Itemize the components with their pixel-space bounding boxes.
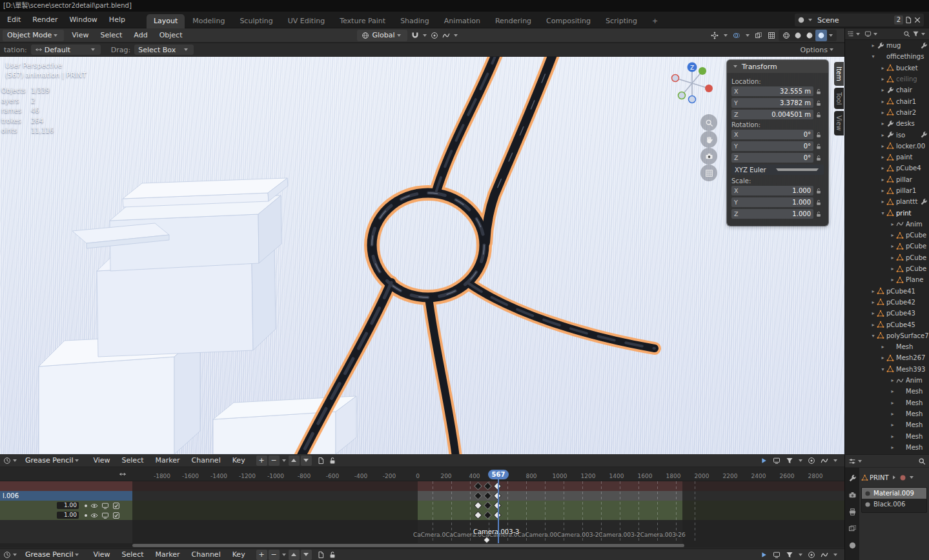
expand-toggle[interactable]: ▸ bbox=[879, 99, 886, 105]
workspace-tab[interactable]: UV Editing bbox=[281, 14, 332, 28]
outliner-item[interactable]: ▸ Mesh bbox=[845, 442, 929, 453]
properties-tab[interactable] bbox=[848, 474, 857, 483]
expand-toggle[interactable]: ▸ bbox=[879, 177, 886, 183]
expand-toggle[interactable]: ▾ bbox=[879, 210, 886, 216]
outliner-item[interactable]: ▸ Mesh bbox=[845, 419, 929, 430]
hide-eye-icon[interactable] bbox=[90, 512, 98, 519]
rotation-value-field[interactable]: X 0° bbox=[731, 130, 813, 139]
screen-icon[interactable] bbox=[771, 455, 782, 466]
workspace-tab[interactable]: Texture Paint bbox=[332, 14, 393, 28]
outliner-editor-icon[interactable] bbox=[847, 30, 854, 37]
menu-item[interactable]: Marker bbox=[150, 550, 186, 559]
lock-icon[interactable] bbox=[327, 455, 338, 466]
channel-checkbox-icon[interactable] bbox=[112, 512, 120, 519]
workspace-tab[interactable]: Layout bbox=[147, 14, 185, 28]
outliner-item[interactable]: ▸ paint bbox=[845, 152, 929, 163]
transform-orientation-dropdown[interactable]: Global bbox=[357, 30, 407, 41]
viewport-visibility-icon[interactable] bbox=[101, 502, 109, 510]
channel-layer-row[interactable]: l.006 bbox=[0, 491, 132, 501]
viewport-grid-icon[interactable] bbox=[766, 30, 777, 41]
expand-toggle[interactable]: ▸ bbox=[879, 344, 886, 350]
object-name[interactable]: print bbox=[896, 210, 929, 217]
object-name[interactable]: pCube bbox=[906, 265, 929, 272]
expand-toggle[interactable]: ▸ bbox=[879, 132, 886, 138]
menu-item[interactable]: Channel bbox=[186, 456, 227, 465]
menu-item[interactable]: Object bbox=[154, 31, 189, 39]
display-mode-icon[interactable] bbox=[864, 30, 872, 37]
outliner-item[interactable]: ▸ chair1 bbox=[845, 95, 929, 106]
expand-toggle[interactable]: ▸ bbox=[879, 87, 886, 93]
chevron-down-icon[interactable] bbox=[13, 459, 17, 462]
chevron-down-icon[interactable] bbox=[724, 34, 728, 37]
show-overlays-icon[interactable] bbox=[731, 30, 742, 41]
selected-marker-label[interactable]: Camera.003-3 bbox=[473, 528, 519, 535]
menu-item[interactable]: Key bbox=[227, 550, 251, 559]
workspace-tab[interactable]: Rendering bbox=[488, 14, 538, 28]
chevron-down-icon[interactable] bbox=[829, 34, 833, 37]
editor-type-icon[interactable] bbox=[3, 551, 11, 559]
material-slot[interactable]: Material.009 bbox=[862, 488, 926, 499]
expand-toggle[interactable]: ▸ bbox=[889, 422, 896, 428]
expand-toggle[interactable]: ▸ bbox=[870, 299, 877, 305]
chevron-down-icon[interactable] bbox=[799, 554, 802, 556]
snap-magnet-icon[interactable] bbox=[409, 30, 421, 41]
chevron-down-icon[interactable] bbox=[833, 459, 837, 462]
lock-icon[interactable] bbox=[813, 211, 824, 217]
expand-toggle[interactable]: ▸ bbox=[889, 445, 896, 450]
properties-tab[interactable] bbox=[848, 541, 857, 550]
outliner-item[interactable]: ▸ chair bbox=[845, 85, 929, 95]
marker-labels-overlapping[interactable]: CaCmera.0CaCamera.0CaCamera.0CaCamera.00… bbox=[413, 532, 705, 538]
location-value-field[interactable]: Z 0.004501 m bbox=[731, 110, 813, 119]
outliner-item[interactable]: ▸ pCube43 bbox=[845, 308, 929, 319]
menu-item[interactable]: View bbox=[66, 31, 94, 39]
menu-item[interactable]: Window bbox=[63, 12, 103, 28]
falloff-curve-icon[interactable] bbox=[819, 455, 830, 466]
ortho-toggle-button[interactable] bbox=[700, 165, 717, 181]
scale-value-field[interactable]: Y 1.000 bbox=[731, 197, 813, 207]
object-name[interactable]: Mesh bbox=[906, 433, 929, 440]
chevron-down-icon[interactable] bbox=[13, 554, 17, 556]
menu-item[interactable]: View bbox=[87, 550, 116, 559]
rotation-value-field[interactable]: Z 0° bbox=[731, 153, 813, 163]
lock-icon[interactable] bbox=[327, 549, 338, 560]
dopesheet-mode-dropdown[interactable]: Grease Pencil bbox=[21, 455, 85, 466]
sidebar-tab[interactable]: Item bbox=[834, 62, 844, 86]
expand-toggle[interactable]: ▸ bbox=[870, 310, 877, 316]
outliner-item[interactable]: ▸ pCube41 bbox=[845, 286, 929, 297]
outliner-item[interactable]: ▸ bucket bbox=[845, 63, 929, 74]
expand-toggle[interactable]: ▸ bbox=[889, 243, 896, 249]
pan-hand-button[interactable] bbox=[700, 131, 717, 148]
filter-funnel-icon[interactable] bbox=[912, 30, 919, 37]
expand-toggle[interactable]: ▸ bbox=[889, 400, 896, 406]
expand-toggle[interactable]: ▸ bbox=[879, 110, 886, 115]
scene-datablock-icon[interactable] bbox=[797, 16, 805, 24]
scale-value-field[interactable]: X 1.000 bbox=[731, 186, 813, 195]
lock-icon[interactable] bbox=[813, 155, 824, 161]
material-icon[interactable] bbox=[899, 474, 906, 481]
expand-toggle[interactable]: ▸ bbox=[889, 221, 896, 227]
object-name[interactable]: Mesh bbox=[906, 421, 929, 428]
expand-toggle[interactable]: ▸ bbox=[879, 188, 886, 194]
lock-icon[interactable] bbox=[813, 199, 824, 206]
current-frame-badge[interactable]: 567 bbox=[488, 470, 509, 479]
object-name[interactable]: pCube bbox=[906, 232, 929, 239]
remove-button[interactable]: − bbox=[269, 455, 280, 466]
object-name[interactable]: pillar1 bbox=[896, 187, 929, 194]
outliner-item[interactable]: ▸ Plane bbox=[845, 274, 929, 285]
copy-icon[interactable] bbox=[315, 549, 327, 560]
chevron-down-icon[interactable] bbox=[282, 554, 286, 556]
menu-item[interactable]: Select bbox=[94, 31, 128, 39]
object-name[interactable]: Mesh bbox=[906, 444, 929, 451]
falloff-curve-icon[interactable] bbox=[819, 549, 830, 560]
material-name[interactable]: Black.006 bbox=[873, 501, 905, 508]
playback-sync-icon[interactable] bbox=[758, 549, 770, 560]
dopesheet-mode-dropdown[interactable]: Grease Pencil bbox=[21, 549, 85, 560]
object-name[interactable]: chair bbox=[896, 86, 929, 94]
playhead[interactable] bbox=[498, 481, 499, 543]
outliner-item[interactable]: ▸ iso bbox=[845, 129, 929, 140]
object-name[interactable]: desks bbox=[896, 120, 929, 127]
outliner-item[interactable]: ▸ mug bbox=[845, 40, 929, 51]
outliner-item[interactable]: ▸ desks bbox=[845, 118, 929, 129]
object-name[interactable]: chair2 bbox=[896, 109, 929, 116]
outliner-item[interactable]: ▸ Mesh bbox=[845, 430, 929, 441]
